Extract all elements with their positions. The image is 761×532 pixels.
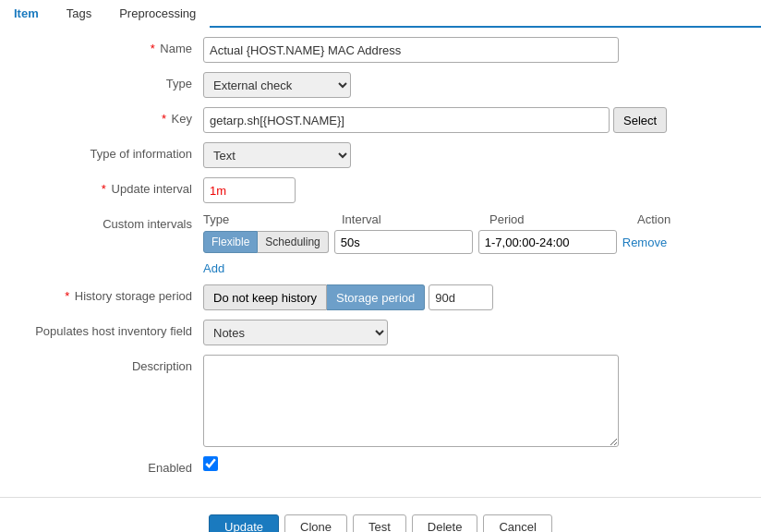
key-label: * Key bbox=[18, 107, 203, 126]
key-row: * Key Select bbox=[18, 107, 743, 133]
name-row: * Name bbox=[18, 37, 743, 63]
ci-flexible-button[interactable]: Flexible bbox=[203, 231, 258, 253]
history-storage-label: * History storage period bbox=[18, 284, 203, 303]
form-body: * Name Type External check Zabbix agent … bbox=[0, 28, 761, 493]
ci-col-action-header: Action bbox=[637, 212, 670, 226]
type-row: Type External check Zabbix agent SNMP Ca… bbox=[18, 72, 743, 98]
ci-add-link[interactable]: Add bbox=[203, 261, 670, 275]
clone-button[interactable]: Clone bbox=[284, 514, 347, 532]
tab-tags[interactable]: Tags bbox=[53, 0, 105, 28]
ci-col-interval-header: Interval bbox=[342, 212, 489, 226]
type-select[interactable]: External check Zabbix agent SNMP Calcula… bbox=[203, 72, 351, 98]
test-button[interactable]: Test bbox=[353, 514, 406, 532]
description-row: Description bbox=[18, 355, 743, 447]
enabled-row: Enabled bbox=[18, 456, 743, 475]
populates-row: Populates host inventory field Notes Non… bbox=[18, 320, 743, 345]
ci-scheduling-button[interactable]: Scheduling bbox=[258, 231, 328, 253]
history-storage-row: * History storage period Do not keep his… bbox=[18, 284, 743, 310]
ci-type-buttons: FlexibleScheduling bbox=[203, 231, 329, 253]
tab-preprocessing[interactable]: Preprocessing bbox=[105, 0, 210, 28]
key-input[interactable] bbox=[203, 107, 610, 133]
custom-intervals-block: Type Interval Period Action FlexibleSche… bbox=[203, 212, 670, 275]
delete-button[interactable]: Delete bbox=[412, 514, 478, 532]
ci-interval-input[interactable] bbox=[334, 230, 473, 254]
tab-item[interactable]: Item bbox=[0, 0, 53, 28]
update-button[interactable]: Update bbox=[209, 514, 279, 532]
ci-row: FlexibleScheduling Remove bbox=[203, 230, 670, 254]
history-buttons: Do not keep historyStorage period bbox=[203, 284, 493, 310]
description-label: Description bbox=[18, 355, 203, 373]
key-select-button[interactable]: Select bbox=[613, 107, 667, 133]
cancel-button[interactable]: Cancel bbox=[483, 514, 551, 532]
enabled-control bbox=[203, 456, 218, 471]
tab-bar: Item Tags Preprocessing bbox=[0, 0, 761, 28]
type-of-information-row: Type of information Text Numeric (unsign… bbox=[18, 142, 743, 168]
update-interval-input[interactable] bbox=[203, 177, 296, 203]
name-label: * Name bbox=[18, 37, 203, 55]
enabled-checkbox[interactable] bbox=[203, 456, 218, 471]
divider bbox=[0, 497, 761, 498]
ci-col-type-header: Type bbox=[203, 212, 342, 226]
ci-period-input[interactable] bbox=[478, 230, 617, 254]
type-of-information-select[interactable]: Text Numeric (unsigned) Numeric (float) … bbox=[203, 142, 351, 168]
update-interval-required-star: * bbox=[102, 182, 106, 196]
no-history-button[interactable]: Do not keep history bbox=[203, 284, 327, 310]
update-interval-label: * Update interval bbox=[18, 177, 203, 196]
name-input[interactable] bbox=[203, 37, 619, 63]
custom-intervals-label: Custom intervals bbox=[18, 212, 203, 231]
history-required-star: * bbox=[65, 289, 69, 303]
action-buttons: Update Clone Test Delete Cancel bbox=[0, 502, 761, 532]
type-label: Type bbox=[18, 72, 203, 91]
storage-value-input[interactable] bbox=[429, 284, 493, 310]
ci-remove-link[interactable]: Remove bbox=[622, 236, 667, 249]
key-required-star: * bbox=[162, 112, 166, 126]
update-interval-row: * Update interval bbox=[18, 177, 743, 203]
populates-select[interactable]: Notes None Alias OS Hardware bbox=[203, 320, 388, 345]
name-required-star: * bbox=[151, 42, 155, 55]
storage-period-button[interactable]: Storage period bbox=[327, 284, 425, 310]
enabled-label: Enabled bbox=[18, 456, 203, 475]
description-textarea[interactable] bbox=[203, 355, 619, 447]
populates-label: Populates host inventory field bbox=[18, 320, 203, 338]
type-of-information-label: Type of information bbox=[18, 142, 203, 161]
ci-col-period-header: Period bbox=[489, 212, 637, 226]
custom-intervals-row: Custom intervals Type Interval Period Ac… bbox=[18, 212, 743, 275]
ci-header: Type Interval Period Action bbox=[203, 212, 670, 226]
